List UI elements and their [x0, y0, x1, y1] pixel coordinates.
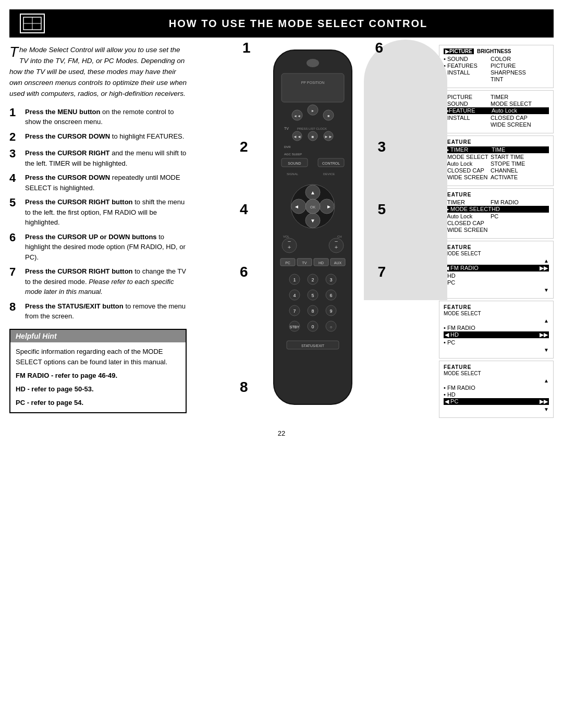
svg-text:CONTROL: CONTROL: [322, 162, 340, 165]
right-column: ▶PICTURE BRIGHTNESS • SOUNDCOLOR • FEATU…: [439, 45, 554, 420]
svg-text:3: 3: [329, 277, 332, 282]
svg-text:■: ■: [312, 134, 314, 139]
menu-screen-7: FEATURE MODE SELECT ▲ • FM RADIO • HD ◀ …: [439, 361, 554, 418]
svg-text:►: ►: [326, 204, 332, 209]
svg-text:◄: ◄: [294, 204, 299, 209]
svg-text:SIGNAL: SIGNAL: [287, 172, 299, 176]
overlay-6: 6: [240, 264, 248, 280]
menu-screen-2: • PICTURETIMER • SOUNDMODE SELECT ▶FEATU…: [439, 90, 554, 133]
svg-text:1: 1: [293, 277, 296, 282]
svg-text:◄◄: ◄◄: [293, 114, 301, 118]
center-column: 1 2 4 6 6 3 5 7 8 PP POSITION: [194, 45, 432, 420]
step-num-8: 8: [9, 300, 21, 314]
step-3: 3 Press the CURSOR RIGHT and the menu wi…: [9, 148, 187, 168]
overlay-2: 2: [240, 139, 248, 155]
svg-text:▼: ▼: [310, 218, 315, 224]
svg-text:○: ○: [330, 325, 332, 329]
background-curve: [364, 40, 447, 300]
step-text-7: Press the CURSOR RIGHT button to change …: [25, 266, 187, 297]
step-text-5: Press the CURSOR RIGHT button to shift t…: [25, 197, 187, 228]
drop-cap: T: [9, 45, 18, 59]
hint-body: Specific information regarding each of t…: [16, 348, 167, 366]
step-text-2: Press the CURSOR DOWN to highlight FEATU…: [25, 131, 184, 142]
svg-text:TV: TV: [284, 127, 289, 130]
menu-screen-5: FEATURE MODE SELECT ▲ ◀ FM RADIO▶▶ • HD …: [439, 241, 554, 299]
page-header: How to Use the Mode Select Control: [9, 9, 554, 38]
hint-pc: PC - refer to page 54.: [16, 398, 180, 408]
step-num-1: 1: [9, 106, 21, 119]
svg-text:◄◄: ◄◄: [293, 134, 301, 139]
svg-text:PRESS LIST CLOCK: PRESS LIST CLOCK: [297, 127, 327, 130]
overlay-4: 4: [240, 201, 248, 218]
svg-text:AGC    SLEEP: AGC SLEEP: [284, 153, 302, 156]
svg-text:5: 5: [311, 293, 314, 298]
remote-wrapper: 1 2 4 6 6 3 5 7 8 PP POSITION: [258, 45, 368, 411]
step-7: 7 Press the CURSOR RIGHT button to chang…: [9, 266, 187, 297]
intro-text: The Mode Select Control will allow you t…: [9, 45, 187, 100]
step-text-6: Press the CURSOR UP or DOWN buttons to h…: [25, 232, 187, 263]
overlay-8: 8: [240, 379, 248, 396]
hint-box: Helpful Hint Specific information regard…: [9, 329, 187, 414]
svg-text:7: 7: [293, 309, 296, 314]
svg-text:DEVICE: DEVICE: [323, 172, 335, 176]
hint-hd: HD - refer to page 50-53.: [16, 384, 180, 394]
svg-text:OK: OK: [310, 205, 315, 209]
step-num-6: 6: [9, 231, 21, 244]
overlay-7: 7: [377, 264, 386, 280]
hint-title: Helpful Hint: [10, 330, 186, 342]
svg-text:DVR: DVR: [284, 145, 291, 149]
svg-text:9: 9: [329, 309, 332, 314]
step-num-5: 5: [9, 196, 21, 209]
svg-text:CH: CH: [337, 235, 342, 238]
step-num-3: 3: [9, 147, 21, 161]
svg-text:■: ■: [327, 114, 329, 118]
main-content: The Mode Select Control will allow you t…: [9, 45, 554, 420]
svg-text:PP    POSITION: PP POSITION: [301, 81, 325, 84]
svg-text:2: 2: [311, 277, 314, 282]
svg-text:►►: ►►: [324, 134, 333, 139]
step-text-1: Press the MENU button on the remote cont…: [25, 107, 187, 127]
step-num-7: 7: [9, 265, 21, 279]
svg-text:6: 6: [329, 293, 332, 298]
svg-text:4: 4: [293, 293, 296, 298]
menu-screen-3: FEATURE ▶ TIMERTIME • MODE SELECTSTART T…: [439, 135, 554, 186]
step-8: 8 Press the STATUS/EXIT button to remove…: [9, 301, 187, 322]
svg-text:TV: TV: [302, 261, 307, 265]
step-5: 5 Press the CURSOR RIGHT button to shift…: [9, 197, 187, 228]
svg-text:PC: PC: [285, 261, 290, 265]
svg-text:HD: HD: [319, 261, 324, 265]
step-1: 1 Press the MENU button on the remote co…: [9, 107, 187, 127]
svg-text:+: +: [335, 244, 338, 250]
svg-text:STBY: STBY: [290, 325, 300, 329]
step-num-4: 4: [9, 171, 21, 185]
logo: [20, 14, 45, 33]
overlay-5: 5: [377, 201, 386, 218]
page-number: 22: [0, 429, 563, 437]
svg-text:+: +: [288, 244, 291, 250]
svg-text:8: 8: [311, 309, 314, 314]
svg-text:▲: ▲: [310, 190, 315, 195]
step-2: 2 Press the CURSOR DOWN to highlight FEA…: [9, 131, 187, 144]
hint-content: Specific information regarding each of t…: [10, 342, 186, 413]
remote-svg: PP POSITION ◄◄ ► ■ TV PRESS LIST CLOCK ◄…: [258, 45, 368, 410]
overlay-6b: 6: [375, 40, 383, 56]
step-num-2: 2: [9, 130, 21, 144]
step-text-3: Press the CURSOR RIGHT and the menu will…: [25, 148, 187, 168]
menu-screen-1: ▶PICTURE BRIGHTNESS • SOUNDCOLOR • FEATU…: [439, 45, 554, 88]
step-text-4: Press the CURSOR DOWN repeatedly until M…: [25, 172, 187, 193]
svg-text:0: 0: [311, 324, 314, 329]
svg-rect-5: [282, 73, 344, 102]
page-title: How to Use the Mode Select Control: [53, 18, 543, 30]
step-6: 6 Press the CURSOR UP or DOWN buttons to…: [9, 232, 187, 263]
step-text-8: Press the STATUS/EXIT button to remove t…: [25, 301, 187, 322]
svg-text:AUX: AUX: [334, 261, 342, 265]
step-4: 4 Press the CURSOR DOWN repeatedly until…: [9, 172, 187, 193]
svg-point-4: [307, 59, 319, 67]
svg-text:SOUND: SOUND: [288, 162, 301, 165]
hint-fm-radio: FM RADIO - refer to page 46-49.: [16, 371, 180, 381]
menu-screen-6: FEATURE MODE SELECT ▲ • FM RADIO ◀ HD▶▶ …: [439, 301, 554, 359]
overlay-3: 3: [377, 139, 386, 155]
steps-list: 1 Press the MENU button on the remote co…: [9, 107, 187, 322]
left-column: The Mode Select Control will allow you t…: [9, 45, 187, 420]
svg-text:STATUS/EXIT: STATUS/EXIT: [301, 344, 325, 348]
